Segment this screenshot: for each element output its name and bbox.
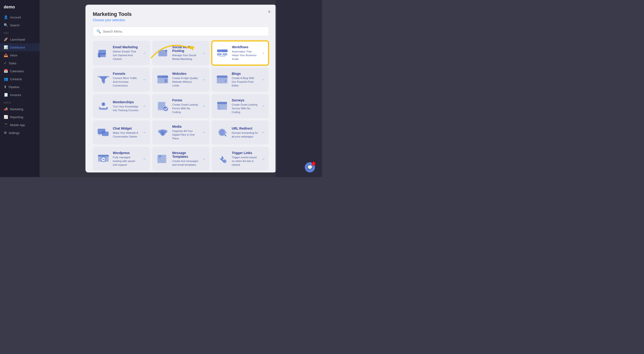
sidebar-item-pipeline[interactable]: ⬆ Pipeline <box>0 83 40 91</box>
trigger-links-title: Trigger Links <box>232 151 258 155</box>
chat-widget-icon <box>96 127 110 138</box>
workflows-arrow[interactable]: → <box>261 51 265 55</box>
svg-rect-83 <box>158 161 164 162</box>
svg-point-71 <box>224 134 225 135</box>
sidebar-item-mobile-app[interactable]: 📱 Mobile App <box>0 121 40 129</box>
tool-card-memberships[interactable]: Memberships Turn Your Knowledge Into Tra… <box>93 94 150 118</box>
svg-point-21 <box>103 82 104 84</box>
modal-close-button[interactable]: × <box>268 9 271 14</box>
social-media-arrow[interactable]: → <box>202 51 206 55</box>
svg-rect-35 <box>218 81 225 82</box>
url-redirect-title: URL Redirect <box>232 127 258 130</box>
svg-rect-60 <box>102 132 108 136</box>
funnels-title: Funnels <box>113 72 140 76</box>
message-templates-title: Message Templates <box>172 151 199 158</box>
sidebar-item-reporting[interactable]: 📈 Reporting <box>0 113 40 121</box>
forms-title: Forms <box>172 98 199 102</box>
svg-rect-10 <box>163 54 165 55</box>
svg-point-16 <box>220 50 221 51</box>
workflows-icon <box>216 48 229 59</box>
svg-rect-28 <box>158 80 164 81</box>
email-marketing-arrow[interactable]: → <box>142 51 146 55</box>
sidebar-item-invoices[interactable]: 🧾 Invoices <box>0 91 40 99</box>
sidebar-item-account[interactable]: 👤 Account <box>0 13 40 21</box>
memberships-desc: Turn Your Knowledge Into Training Course… <box>113 105 140 112</box>
funnels-desc: Convert More Traffic And Increase Conver… <box>113 76 140 87</box>
sidebar: demo 👤 Account 🔍 Search NAV 🚀 Launchpad … <box>0 0 40 177</box>
svg-rect-73 <box>98 155 109 157</box>
surveys-title: Surveys <box>232 98 258 102</box>
modal-subtitle[interactable]: Choose your selection <box>93 18 269 22</box>
svg-point-53 <box>219 108 220 109</box>
svg-rect-19 <box>222 53 227 56</box>
social-media-title: Social Media Posting <box>172 45 199 53</box>
memberships-title: Memberships <box>113 100 140 104</box>
media-title: Media <box>172 125 199 128</box>
forms-desc: Create Great Looking Forms With No Codin… <box>172 103 199 114</box>
svg-rect-43 <box>158 103 165 104</box>
chat-badge: 1 <box>312 162 316 165</box>
sidebar-item-dashboard[interactable]: 📊 Dashboard <box>0 43 40 51</box>
media-arrow[interactable]: → <box>202 130 206 134</box>
forms-icon <box>156 100 170 112</box>
svg-point-25 <box>160 76 161 77</box>
tool-card-chat-widget[interactable]: Chat Widget Make Your Website A Conversa… <box>93 121 150 145</box>
wordpress-icon: W <box>96 153 110 165</box>
sidebar-item-marketing[interactable]: 📣 Marketing <box>0 105 40 113</box>
tool-card-forms[interactable]: Forms Create Great Looking Forms With No… <box>152 94 209 118</box>
memberships-arrow[interactable]: → <box>142 104 146 108</box>
svg-point-50 <box>219 106 220 107</box>
message-templates-arrow[interactable]: → <box>202 157 206 161</box>
blogs-desc: Create A Blog With Our Powerful Post Edi… <box>232 76 258 87</box>
websites-title: Websites <box>172 72 199 76</box>
tool-card-social-media[interactable]: Social Media Posting Manage Your Social … <box>152 41 209 65</box>
marketing-tools-modal: Marketing Tools Choose your selection × … <box>86 5 276 172</box>
tool-card-trigger-links[interactable]: Trigger Links Trigger events based on wh… <box>212 147 269 171</box>
svg-rect-58 <box>99 131 102 132</box>
tool-card-blogs[interactable]: Blogs Create A Blog With Our Powerful Po… <box>212 68 269 92</box>
svg-rect-62 <box>103 134 106 135</box>
tool-card-wordpress[interactable]: W Wordpress Fully managed hosting with s… <box>93 147 150 171</box>
surveys-arrow[interactable]: → <box>261 104 265 108</box>
chat-widget-arrow[interactable]: → <box>142 130 146 134</box>
search-input[interactable] <box>103 30 266 33</box>
sidebar-item-inbox[interactable]: 📥 Inbox <box>0 51 40 59</box>
svg-rect-51 <box>220 106 225 106</box>
tool-card-workflows[interactable]: Workflows Automation That Helps Your Bus… <box>212 41 269 65</box>
websites-arrow[interactable]: → <box>202 78 206 82</box>
trigger-links-arrow[interactable]: → <box>261 157 265 161</box>
svg-rect-33 <box>218 79 226 79</box>
svg-rect-36 <box>218 82 222 83</box>
trigger-links-desc: Trigger events based on when the link is… <box>232 155 258 167</box>
tool-card-websites[interactable]: Websites Create A High Quality Website W… <box>152 68 209 92</box>
tool-card-message-templates[interactable]: T Message Templates Create text messages… <box>152 147 209 171</box>
tool-card-email-marketing[interactable]: Email Marketing Deliver Emails That Get … <box>93 41 150 65</box>
svg-rect-34 <box>218 80 224 80</box>
blogs-arrow[interactable]: → <box>261 78 265 82</box>
blogs-icon <box>215 74 229 85</box>
sidebar-item-contacts[interactable]: 👥 Contacts <box>0 75 40 83</box>
tool-card-surveys[interactable]: Surveys Create Great Looking Survey With… <box>212 94 269 118</box>
sidebar-item-calendars[interactable]: 📅 Calendars <box>0 67 40 75</box>
blogs-title: Blogs <box>232 72 258 76</box>
svg-rect-9 <box>163 53 165 53</box>
url-redirect-arrow[interactable]: → <box>261 130 265 134</box>
media-icon <box>156 127 170 138</box>
chat-widget-button[interactable]: 💬 1 <box>305 162 315 172</box>
modal-title: Marketing Tools <box>93 11 269 17</box>
websites-desc: Create A High Quality Website Without Li… <box>172 76 199 87</box>
tool-card-funnels[interactable]: Funnels Convert More Traffic And Increas… <box>93 68 150 92</box>
email-marketing-desc: Deliver Emails That Get Opened And Click… <box>113 50 140 61</box>
sidebar-item-launchpad[interactable]: 🚀 Launchpad <box>0 36 40 43</box>
right-panel-bg <box>276 0 322 177</box>
sidebar-item-search[interactable]: 🔍 Search <box>0 21 40 29</box>
wordpress-arrow[interactable]: → <box>142 157 146 161</box>
svg-text:www: www <box>221 131 227 134</box>
tool-card-url-redirect[interactable]: www URL Redirect Domain forwarding for a… <box>212 121 269 145</box>
tool-card-media[interactable]: Media Organize All Your Digital Files In… <box>152 121 209 145</box>
tools-grid: Email Marketing Deliver Emails That Get … <box>93 41 269 171</box>
sidebar-item-settings[interactable]: ⚙ Settings <box>0 129 40 137</box>
forms-arrow[interactable]: → <box>202 104 206 108</box>
funnels-arrow[interactable]: → <box>142 78 146 82</box>
sidebar-item-tasks[interactable]: ✓ Tasks <box>0 59 40 67</box>
